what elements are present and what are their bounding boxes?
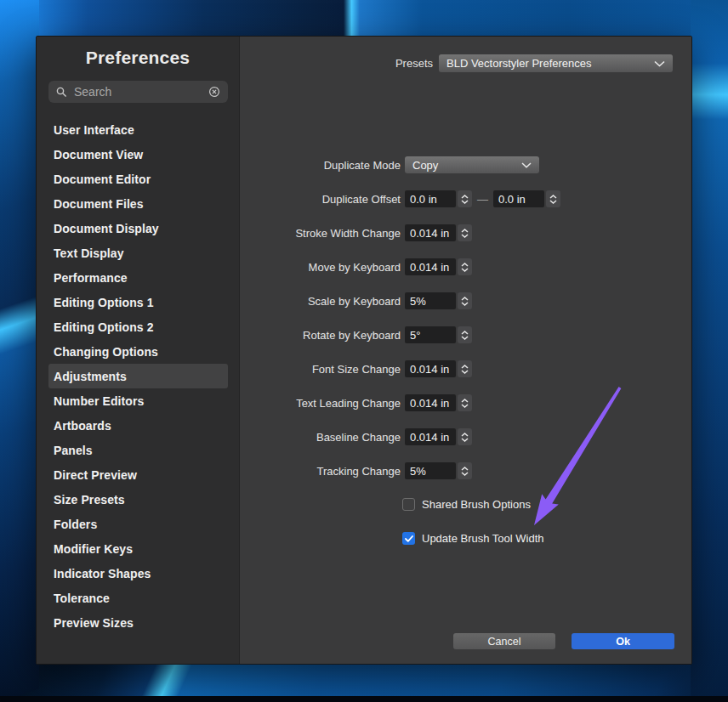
stepper-up-down-icon[interactable] — [458, 428, 472, 445]
sidebar-item-editing-options-2[interactable]: Editing Options 2 — [48, 314, 228, 339]
sidebar-item-panels[interactable]: Panels — [48, 438, 228, 462]
text-leading-change-row: Text Leading Change 0.014 in — [240, 394, 691, 411]
tracking-change-input[interactable]: 5% — [405, 462, 456, 479]
sidebar-item-indicator-shapes[interactable]: Indicator Shapes — [48, 561, 228, 586]
sidebar-item-user-interface[interactable]: User Interface — [48, 117, 228, 142]
rotate-by-keyboard-row: Rotate by Keyboard 5° — [240, 326, 691, 343]
field-label: Scale by Keyboard — [240, 295, 401, 308]
field-label: Duplicate Offset — [240, 193, 401, 206]
duplicate-offset-x-input[interactable]: 0.0 in — [405, 190, 456, 207]
font-size-change-row: Font Size Change 0.014 in — [240, 360, 691, 377]
ok-button[interactable]: Ok — [572, 633, 674, 649]
scale-by-keyboard-row: Scale by Keyboard 5% — [240, 292, 691, 309]
sidebar-item-document-editor[interactable]: Document Editor — [48, 167, 228, 191]
presets-dropdown[interactable]: BLD Vectorstyler Preferences — [439, 54, 673, 72]
sidebar-item-artboards[interactable]: Artboards — [48, 413, 228, 438]
move-by-keyboard-row: Move by Keyboard 0.014 in — [240, 258, 691, 275]
stepper-up-down-icon[interactable] — [458, 394, 472, 411]
sidebar-item-changing-options[interactable]: Changing Options — [48, 339, 228, 364]
stroke-width-change-input[interactable]: 0.014 in — [405, 224, 456, 241]
sidebar-nav: User Interface Document View Document Ed… — [37, 117, 239, 635]
sidebar-item-folders[interactable]: Folders — [48, 512, 228, 536]
wallpaper-bottom-edge — [0, 696, 728, 702]
sidebar-item-document-display[interactable]: Document Display — [48, 216, 228, 241]
settings-form: Duplicate Mode Copy Duplicate Offset 0.0… — [240, 156, 691, 496]
field-label: Tracking Change — [240, 465, 401, 478]
sidebar-item-performance[interactable]: Performance — [48, 265, 228, 290]
sidebar-item-tolerance[interactable]: Tolerance — [48, 586, 228, 610]
stepper-up-down-icon[interactable] — [458, 360, 472, 377]
field-label: Duplicate Mode — [240, 159, 401, 172]
stepper-up-down-icon[interactable] — [546, 190, 560, 207]
settings-panel: Presets BLD Vectorstyler Preferences Dup… — [240, 37, 691, 664]
field-label: Text Leading Change — [240, 397, 401, 410]
sidebar-item-modifier-keys[interactable]: Modifier Keys — [48, 536, 228, 561]
stepper-up-down-icon[interactable] — [458, 462, 472, 479]
dialog-title: Preferences — [37, 48, 239, 68]
field-label: Rotate by Keyboard — [240, 329, 401, 342]
cancel-button[interactable]: Cancel — [453, 633, 555, 649]
sidebar: Preferences User Interface Document View… — [37, 37, 240, 664]
stepper-up-down-icon[interactable] — [458, 258, 472, 275]
sidebar-item-editing-options-1[interactable]: Editing Options 1 — [48, 290, 228, 314]
wallpaper-top-band — [0, 0, 728, 37]
baseline-change-row: Baseline Change 0.014 in — [240, 428, 691, 445]
sidebar-item-number-editors[interactable]: Number Editors — [48, 388, 228, 413]
preferences-dialog: Preferences User Interface Document View… — [36, 36, 692, 665]
wallpaper-left-band — [0, 0, 39, 702]
checkbox-label: Shared Brush Options — [422, 498, 531, 511]
duplicate-offset-y-input[interactable]: 0.0 in — [493, 190, 544, 207]
sidebar-item-document-files[interactable]: Document Files — [48, 191, 228, 216]
search-icon — [56, 87, 67, 98]
clear-search-icon[interactable] — [208, 86, 220, 98]
stepper-up-down-icon[interactable] — [458, 224, 472, 241]
search-input[interactable] — [72, 84, 203, 99]
sidebar-item-adjustments[interactable]: Adjustments — [48, 364, 228, 388]
checkmark-icon — [405, 535, 413, 542]
update-brush-tool-width-row: Update Brush Tool Width — [402, 532, 544, 545]
stepper-up-down-icon[interactable] — [458, 292, 472, 309]
sidebar-item-document-view[interactable]: Document View — [48, 142, 228, 167]
stepper-up-down-icon[interactable] — [458, 326, 472, 343]
duplicate-mode-value: Copy — [412, 159, 438, 172]
dialog-buttons: Cancel Ok — [453, 633, 674, 649]
sidebar-item-direct-preview[interactable]: Direct Preview — [48, 462, 228, 487]
text-leading-change-input[interactable]: 0.014 in — [405, 394, 456, 411]
font-size-change-input[interactable]: 0.014 in — [405, 360, 456, 377]
presets-dropdown-value: BLD Vectorstyler Preferences — [446, 57, 592, 70]
baseline-change-input[interactable]: 0.014 in — [405, 428, 456, 445]
chevron-down-icon — [654, 60, 665, 67]
field-label: Stroke Width Change — [240, 227, 401, 240]
chevron-down-icon — [521, 162, 532, 168]
presets-label: Presets — [395, 57, 433, 70]
checkbox-group: Shared Brush Options Update Brush Tool W… — [402, 498, 544, 566]
duplicate-offset-row: Duplicate Offset 0.0 in — 0.0 in — [240, 190, 691, 207]
rotate-by-keyboard-input[interactable]: 5° — [405, 326, 456, 343]
checkbox-label: Update Brush Tool Width — [422, 532, 544, 545]
stroke-width-change-row: Stroke Width Change 0.014 in — [240, 224, 691, 241]
wallpaper-right-band — [691, 0, 728, 702]
tracking-change-row: Tracking Change 5% — [240, 462, 691, 479]
stepper-up-down-icon[interactable] — [458, 190, 472, 207]
shared-brush-options-checkbox[interactable] — [402, 498, 415, 511]
field-label: Font Size Change — [240, 363, 401, 376]
search-box[interactable] — [48, 81, 228, 103]
sidebar-item-text-display[interactable]: Text Display — [48, 241, 228, 265]
presets-row: Presets BLD Vectorstyler Preferences — [395, 54, 673, 72]
sidebar-item-size-presets[interactable]: Size Presets — [48, 487, 228, 512]
move-by-keyboard-input[interactable]: 0.014 in — [405, 258, 456, 275]
sidebar-item-preview-sizes[interactable]: Preview Sizes — [48, 610, 228, 635]
shared-brush-options-row: Shared Brush Options — [402, 498, 544, 511]
duplicate-mode-dropdown[interactable]: Copy — [405, 156, 539, 173]
update-brush-tool-width-checkbox[interactable] — [402, 532, 415, 545]
field-label: Baseline Change — [240, 431, 401, 444]
offset-separator: — — [477, 193, 488, 206]
duplicate-mode-row: Duplicate Mode Copy — [240, 156, 691, 173]
scale-by-keyboard-input[interactable]: 5% — [405, 292, 456, 309]
field-label: Move by Keyboard — [240, 261, 401, 274]
